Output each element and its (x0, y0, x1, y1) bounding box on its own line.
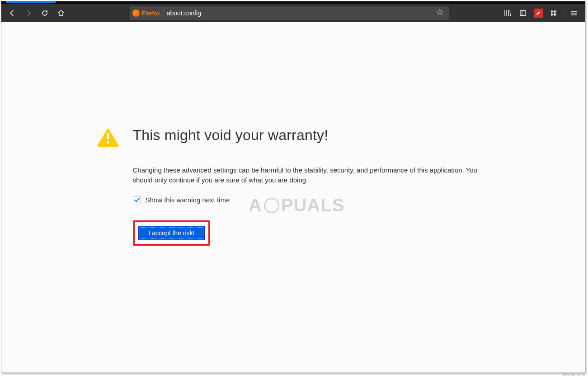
toolbar-separator (564, 9, 564, 18)
bookmark-star-icon[interactable] (433, 9, 446, 18)
navigation-toolbar: Firefox (1, 4, 585, 22)
pencil-icon (534, 9, 543, 18)
site-identity[interactable]: Firefox (132, 9, 164, 18)
reload-button[interactable] (38, 6, 52, 20)
forward-button[interactable] (21, 6, 36, 20)
page-content: A PUALS This might void your warranty! C… (1, 22, 585, 373)
warning-body: This might void your warranty! Changing … (133, 127, 490, 246)
warning-text: Changing these advanced settings can be … (133, 165, 485, 185)
svg-rect-11 (107, 133, 109, 140)
address-bar[interactable]: Firefox (130, 6, 449, 20)
back-button[interactable] (5, 6, 19, 20)
warning-triangle-icon (97, 127, 119, 147)
url-input[interactable] (167, 9, 431, 17)
warning-title: This might void your warranty! (133, 127, 490, 144)
image-attribution: wsxdn.com (563, 372, 585, 377)
show-warning-label: Show this warning next time (146, 196, 230, 204)
grid-icon[interactable] (546, 6, 561, 20)
warning-icon-column (97, 127, 119, 246)
extension-icon[interactable] (531, 6, 546, 20)
browser-window: Firefox (1, 1, 585, 373)
home-button[interactable] (54, 6, 68, 20)
warning-panel: This might void your warranty! Changing … (97, 127, 490, 246)
library-button[interactable] (500, 6, 515, 20)
show-warning-checkbox-row[interactable]: Show this warning next time (133, 196, 490, 204)
svg-point-12 (107, 141, 109, 144)
show-warning-checkbox[interactable] (133, 196, 141, 204)
annotation-highlight: I accept the risk! (133, 220, 211, 246)
accept-risk-button[interactable]: I accept the risk! (138, 226, 205, 240)
hamburger-menu-button[interactable] (567, 6, 581, 20)
active-tab-indicator (6, 1, 56, 3)
svg-rect-0 (520, 11, 526, 16)
sidebar-button[interactable] (516, 6, 530, 20)
toolbar-right-group (500, 6, 581, 20)
firefox-icon (132, 9, 140, 17)
identity-label: Firefox (142, 10, 160, 17)
checkmark-icon (134, 197, 140, 203)
